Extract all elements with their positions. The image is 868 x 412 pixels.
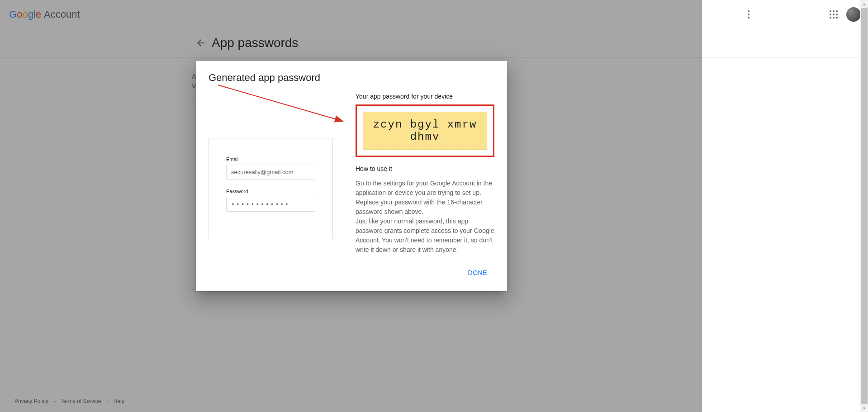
password-highlight-box: zcyn bgyl xmrw dhmv	[356, 104, 494, 157]
svg-point-1	[748, 14, 749, 15]
svg-point-5	[836, 10, 838, 12]
svg-point-8	[836, 14, 838, 15]
svg-point-9	[830, 17, 831, 19]
sample-login-card: Email securesally@gmail.com Password •••…	[209, 138, 333, 239]
google-apps-button[interactable]	[825, 5, 843, 24]
modal-title: Generated app password	[209, 72, 494, 84]
scrollbar-thumb[interactable]	[861, 8, 868, 404]
svg-point-3	[830, 10, 831, 12]
scrollbar-down-button[interactable]: ▾	[860, 404, 868, 412]
sample-email-label: Email	[226, 156, 315, 162]
sample-email-value: securesally@gmail.com	[226, 165, 315, 180]
svg-point-6	[830, 14, 831, 15]
header-actions	[740, 5, 861, 24]
account-avatar[interactable]	[846, 7, 861, 22]
scrollbar-up-button[interactable]: ▴	[860, 0, 868, 8]
modal-right-column: Your app password for your device zcyn b…	[356, 93, 494, 255]
generated-password-modal: Generated app password Email securesally…	[196, 61, 507, 291]
svg-point-2	[748, 17, 749, 19]
modal-actions: DONE	[209, 265, 494, 280]
how-to-use-label: How to use it	[356, 165, 494, 172]
svg-point-4	[833, 10, 835, 12]
modal-left-column: Email securesally@gmail.com Password •••…	[209, 93, 333, 255]
apps-grid-icon	[828, 9, 839, 20]
password-device-label: Your app password for your device	[356, 93, 494, 100]
generated-password-value[interactable]: zcyn bgyl xmrw dhmv	[363, 112, 487, 150]
sample-password-value: ••••••••••••	[226, 197, 315, 212]
scrollbar-track[interactable]: ▴ ▾	[860, 0, 868, 412]
sample-password-label: Password	[226, 189, 315, 194]
svg-point-0	[748, 10, 749, 12]
modal-body: Email securesally@gmail.com Password •••…	[209, 93, 494, 255]
svg-point-10	[833, 17, 835, 19]
svg-point-11	[836, 17, 838, 19]
more-vertical-icon	[743, 9, 754, 20]
svg-point-7	[833, 14, 835, 15]
more-options-button[interactable]	[740, 5, 758, 24]
done-button[interactable]: DONE	[461, 265, 494, 280]
how-to-use-text: Go to the settings for your Google Accou…	[356, 179, 494, 255]
